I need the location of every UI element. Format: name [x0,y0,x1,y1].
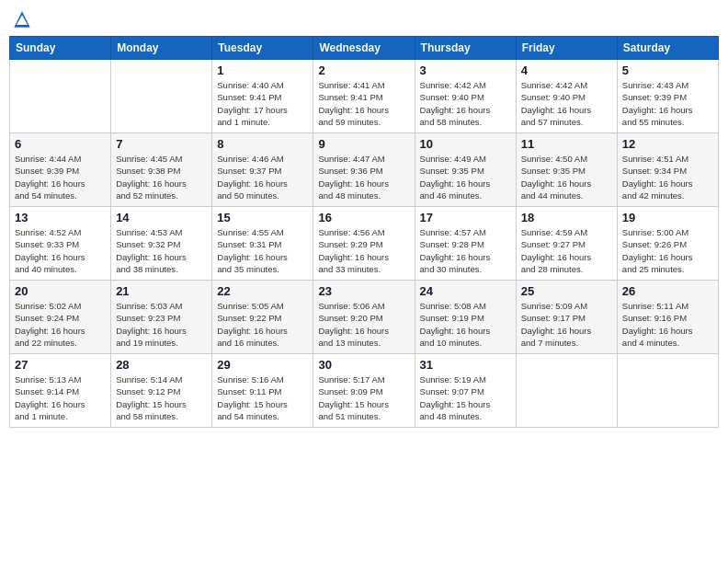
calendar-cell: 26Sunrise: 5:11 AM Sunset: 9:16 PM Dayli… [617,281,718,354]
day-info: Sunrise: 4:53 AM Sunset: 9:32 PM Dayligh… [116,226,207,275]
day-number: 23 [318,284,409,298]
calendar-cell: 15Sunrise: 4:55 AM Sunset: 9:31 PM Dayli… [212,207,313,281]
day-number: 16 [318,211,409,224]
calendar-cell: 8Sunrise: 4:46 AM Sunset: 9:37 PM Daylig… [212,133,313,207]
day-info: Sunrise: 5:05 AM Sunset: 9:22 PM Dayligh… [217,300,308,349]
calendar-week-4: 20Sunrise: 5:02 AM Sunset: 9:24 PM Dayli… [10,281,719,354]
day-header-wednesday: Wednesday [313,37,415,60]
calendar-cell: 18Sunrise: 4:59 AM Sunset: 9:27 PM Dayli… [516,207,617,281]
calendar-cell: 22Sunrise: 5:05 AM Sunset: 9:22 PM Dayli… [212,281,313,354]
calendar-cell: 20Sunrise: 5:02 AM Sunset: 9:24 PM Dayli… [10,281,111,354]
day-number: 24 [420,284,511,298]
calendar-week-1: 1Sunrise: 4:40 AM Sunset: 9:41 PM Daylig… [10,60,719,133]
calendar-cell: 31Sunrise: 5:19 AM Sunset: 9:07 PM Dayli… [415,354,516,428]
day-number: 8 [217,137,308,151]
day-info: Sunrise: 4:56 AM Sunset: 9:29 PM Dayligh… [318,226,409,275]
calendar-cell: 7Sunrise: 4:45 AM Sunset: 9:38 PM Daylig… [111,133,212,207]
day-number: 14 [116,211,207,224]
calendar-table: SundayMondayTuesdayWednesdayThursdayFrid… [9,36,719,428]
day-info: Sunrise: 4:55 AM Sunset: 9:31 PM Dayligh… [217,226,308,275]
day-number: 4 [521,63,612,77]
calendar-cell: 4Sunrise: 4:42 AM Sunset: 9:40 PM Daylig… [516,60,617,133]
calendar-cell: 14Sunrise: 4:53 AM Sunset: 9:32 PM Dayli… [111,207,212,281]
calendar-cell: 30Sunrise: 5:17 AM Sunset: 9:09 PM Dayli… [313,354,415,428]
day-info: Sunrise: 4:42 AM Sunset: 9:40 PM Dayligh… [420,79,511,128]
calendar-cell: 27Sunrise: 5:13 AM Sunset: 9:14 PM Dayli… [10,354,111,428]
day-number: 7 [116,137,207,151]
calendar-cell: 16Sunrise: 4:56 AM Sunset: 9:29 PM Dayli… [313,207,415,281]
day-info: Sunrise: 4:51 AM Sunset: 9:34 PM Dayligh… [622,153,713,201]
day-number: 18 [521,211,612,224]
day-header-tuesday: Tuesday [212,37,313,60]
day-info: Sunrise: 5:00 AM Sunset: 9:26 PM Dayligh… [622,226,713,275]
day-info: Sunrise: 4:43 AM Sunset: 9:39 PM Dayligh… [622,79,713,128]
day-number: 17 [420,211,511,224]
day-number: 12 [622,137,713,151]
day-info: Sunrise: 4:45 AM Sunset: 9:38 PM Dayligh… [116,153,207,201]
day-info: Sunrise: 5:06 AM Sunset: 9:20 PM Dayligh… [318,300,409,349]
calendar-cell: 25Sunrise: 5:09 AM Sunset: 9:17 PM Dayli… [516,281,617,354]
calendar-cell: 11Sunrise: 4:50 AM Sunset: 9:35 PM Dayli… [516,133,617,207]
calendar-cell: 23Sunrise: 5:06 AM Sunset: 9:20 PM Dayli… [313,281,415,354]
logo-icon [13,10,31,29]
day-info: Sunrise: 5:13 AM Sunset: 9:14 PM Dayligh… [15,373,106,422]
calendar-cell: 19Sunrise: 5:00 AM Sunset: 9:26 PM Dayli… [617,207,718,281]
calendar-cell [516,354,617,428]
day-info: Sunrise: 5:03 AM Sunset: 9:23 PM Dayligh… [116,300,207,349]
calendar-cell [10,60,111,133]
day-info: Sunrise: 4:52 AM Sunset: 9:33 PM Dayligh… [15,226,106,275]
day-info: Sunrise: 4:46 AM Sunset: 9:37 PM Dayligh… [217,153,308,201]
calendar-cell: 24Sunrise: 5:08 AM Sunset: 9:19 PM Dayli… [415,281,516,354]
day-info: Sunrise: 5:11 AM Sunset: 9:16 PM Dayligh… [622,300,713,349]
day-header-saturday: Saturday [617,37,718,60]
day-number: 20 [15,284,106,298]
calendar-cell: 28Sunrise: 5:14 AM Sunset: 9:12 PM Dayli… [111,354,212,428]
day-number: 6 [15,137,106,151]
day-number: 19 [622,211,713,224]
day-number: 5 [622,63,713,77]
day-info: Sunrise: 5:08 AM Sunset: 9:19 PM Dayligh… [420,300,511,349]
calendar-week-5: 27Sunrise: 5:13 AM Sunset: 9:14 PM Dayli… [10,354,719,428]
calendar-cell: 17Sunrise: 4:57 AM Sunset: 9:28 PM Dayli… [415,207,516,281]
day-info: Sunrise: 4:42 AM Sunset: 9:40 PM Dayligh… [521,79,612,128]
day-info: Sunrise: 5:14 AM Sunset: 9:12 PM Dayligh… [116,373,207,422]
calendar-cell: 21Sunrise: 5:03 AM Sunset: 9:23 PM Dayli… [111,281,212,354]
day-info: Sunrise: 4:41 AM Sunset: 9:41 PM Dayligh… [318,79,409,128]
day-info: Sunrise: 5:02 AM Sunset: 9:24 PM Dayligh… [15,300,106,349]
calendar-cell: 12Sunrise: 4:51 AM Sunset: 9:34 PM Dayli… [617,133,718,207]
page-header [9,9,719,29]
calendar-cell: 2Sunrise: 4:41 AM Sunset: 9:41 PM Daylig… [313,60,415,133]
calendar-cell [617,354,718,428]
day-number: 22 [217,284,308,298]
day-info: Sunrise: 4:50 AM Sunset: 9:35 PM Dayligh… [521,153,612,201]
day-info: Sunrise: 5:09 AM Sunset: 9:17 PM Dayligh… [521,300,612,349]
calendar-cell: 3Sunrise: 4:42 AM Sunset: 9:40 PM Daylig… [415,60,516,133]
day-info: Sunrise: 4:49 AM Sunset: 9:35 PM Dayligh… [420,153,511,201]
day-number: 28 [116,358,207,372]
day-info: Sunrise: 4:57 AM Sunset: 9:28 PM Dayligh… [420,226,511,275]
day-number: 10 [420,137,511,151]
day-number: 3 [420,63,511,77]
calendar-header-row: SundayMondayTuesdayWednesdayThursdayFrid… [10,37,719,60]
day-number: 27 [15,358,106,372]
calendar-cell: 10Sunrise: 4:49 AM Sunset: 9:35 PM Dayli… [415,133,516,207]
day-number: 30 [318,358,409,372]
day-number: 31 [420,358,511,372]
day-info: Sunrise: 4:40 AM Sunset: 9:41 PM Dayligh… [217,79,308,128]
day-info: Sunrise: 5:19 AM Sunset: 9:07 PM Dayligh… [420,373,511,422]
calendar-week-3: 13Sunrise: 4:52 AM Sunset: 9:33 PM Dayli… [10,207,719,281]
day-number: 25 [521,284,612,298]
day-number: 29 [217,358,308,372]
day-info: Sunrise: 4:59 AM Sunset: 9:27 PM Dayligh… [521,226,612,275]
day-number: 13 [15,211,106,224]
calendar-cell [111,60,212,133]
calendar-cell: 9Sunrise: 4:47 AM Sunset: 9:36 PM Daylig… [313,133,415,207]
day-number: 21 [116,284,207,298]
day-header-sunday: Sunday [10,37,111,60]
day-number: 15 [217,211,308,224]
calendar-cell: 5Sunrise: 4:43 AM Sunset: 9:39 PM Daylig… [617,60,718,133]
day-info: Sunrise: 5:16 AM Sunset: 9:11 PM Dayligh… [217,373,308,422]
day-number: 9 [318,137,409,151]
day-number: 2 [318,63,409,77]
calendar-cell: 29Sunrise: 5:16 AM Sunset: 9:11 PM Dayli… [212,354,313,428]
